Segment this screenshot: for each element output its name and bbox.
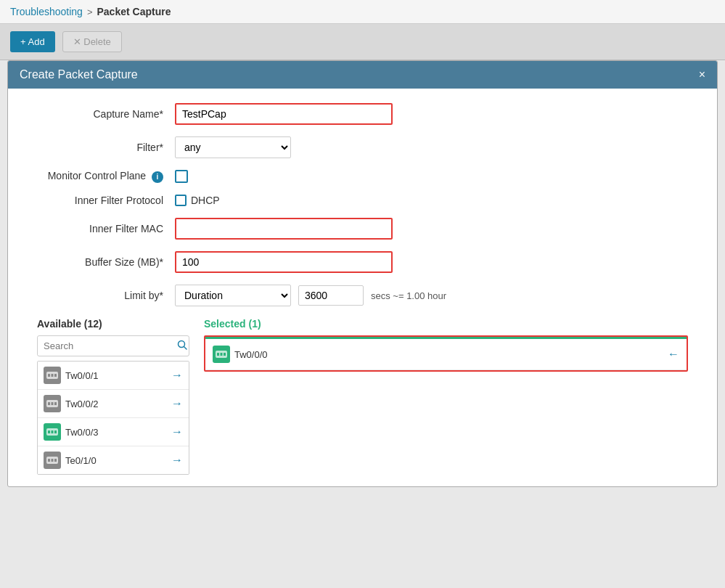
svg-rect-4 [52,374,54,377]
svg-rect-21 [224,353,226,356]
list-item[interactable]: Tw0/0/1 → [38,362,189,390]
inner-filter-protocol-wrap: DHCP [175,195,393,206]
breadcrumb-troubleshooting[interactable]: Troubleshooting [10,6,83,17]
interface-icon [213,346,230,363]
modal-header: Create Packet Capture × [8,61,717,89]
buffer-size-input[interactable] [175,251,393,273]
svg-rect-5 [54,374,57,377]
buffer-size-row: Buffer Size (MB)* [30,251,695,273]
inner-filter-mac-row: Inner Filter MAC [30,218,695,240]
svg-rect-17 [54,459,57,462]
interface-name: Tw0/0/2 [65,399,99,409]
add-button[interactable]: + Add [10,31,55,52]
list-item[interactable]: Tw0/0/2 → [38,390,189,418]
filter-label: Filter* [30,142,175,153]
port-icon [45,396,60,411]
list-item[interactable]: Te0/1/0 → [38,446,189,474]
svg-rect-20 [221,353,223,356]
create-packet-capture-modal: Create Packet Capture × Capture Name* Fi… [7,60,718,487]
modal-body: Capture Name* Filter* any all custom Mon… [8,89,717,486]
filter-wrap: any all custom [175,136,393,158]
selected-interface-list: Tw0/0/0 ← [204,335,688,372]
inner-filter-protocol-label: Inner Filter Protocol [30,195,175,206]
capture-name-label: Capture Name* [30,108,175,120]
breadcrumb-current: Packet Capture [97,6,171,17]
delete-button[interactable]: ✕ Delete [62,31,122,52]
monitor-control-plane-info-icon[interactable]: i [152,171,163,183]
available-panel-title: Available (12) [37,318,189,330]
inner-filter-protocol-row: Inner Filter Protocol DHCP [30,195,695,206]
modal-title: Create Packet Capture [20,68,138,81]
search-input[interactable] [38,337,171,355]
monitor-control-plane-wrap [175,170,393,183]
port-icon [45,368,60,383]
dhcp-label: DHCP [191,195,220,206]
inner-filter-mac-label: Inner Filter MAC [30,223,175,234]
breadcrumb-arrow: > [87,7,93,17]
interface-icon [44,452,61,469]
monitor-control-plane-label: Monitor Control Plane i [30,170,175,183]
port-icon [45,453,60,467]
limit-by-label: Limit by* [30,290,175,301]
interface-name: Tw0/0/3 [65,427,99,438]
modal-close-button[interactable]: × [699,69,705,81]
interface-picker: Available (12) [30,318,695,475]
duration-hint: secs ~= 1.00 hour [371,290,446,301]
svg-rect-8 [52,402,54,405]
arrow-right-icon: → [171,454,183,467]
svg-rect-9 [54,402,57,405]
interface-icon [44,367,61,384]
toolbar: + Add ✕ Delete [0,24,725,60]
selected-interface-name: Tw0/0/0 [234,349,268,360]
svg-rect-3 [48,374,50,377]
capture-name-wrap [175,103,393,125]
svg-rect-13 [54,430,57,433]
list-item[interactable]: Tw0/0/0 ← [205,339,687,370]
capture-name-input[interactable] [175,103,393,125]
breadcrumb-bar: Troubleshooting > Packet Capture [0,0,725,24]
limit-by-select[interactable]: Duration File Size Packet Count [175,285,291,306]
limit-by-row: Limit by* Duration File Size Packet Coun… [30,285,695,306]
capture-name-row: Capture Name* [30,103,695,125]
selected-panel: Selected (1) [204,318,688,475]
selected-panel-title: Selected (1) [204,318,688,330]
filter-select[interactable]: any all custom [175,136,291,158]
filter-row: Filter* any all custom [30,136,695,158]
interface-icon [44,395,61,412]
svg-rect-15 [48,459,50,462]
svg-rect-7 [48,402,50,405]
available-interface-list: Tw0/0/1 → [37,361,189,475]
search-wrap [37,335,189,356]
inner-filter-mac-wrap [175,218,393,240]
monitor-control-plane-row: Monitor Control Plane i [30,170,695,183]
svg-line-1 [184,347,187,350]
svg-rect-11 [48,430,50,433]
port-icon [45,425,60,439]
buffer-size-wrap [175,251,393,273]
interface-name: Te0/1/0 [65,455,97,466]
svg-rect-19 [217,353,219,356]
svg-rect-16 [52,459,54,462]
search-icon [177,340,187,350]
port-icon [214,347,229,362]
arrow-left-icon: ← [668,348,679,361]
monitor-control-plane-checkbox[interactable] [175,170,188,183]
arrow-right-icon: → [171,425,183,438]
inner-filter-mac-input[interactable] [175,218,393,240]
interface-icon [44,423,61,441]
interface-name: Tw0/0/1 [65,370,99,381]
list-item[interactable]: Tw0/0/3 → [38,418,189,446]
svg-rect-12 [52,430,54,433]
arrow-right-icon: → [171,397,183,410]
available-panel: Available (12) [37,318,189,475]
inner-filter-protocol-checkbox[interactable] [175,195,187,206]
buffer-size-label: Buffer Size (MB)* [30,256,175,268]
duration-input[interactable] [298,285,364,306]
search-icon-button[interactable] [171,336,189,356]
arrow-right-icon: → [171,369,183,382]
limit-by-wrap: Duration File Size Packet Count secs ~= … [175,285,446,306]
